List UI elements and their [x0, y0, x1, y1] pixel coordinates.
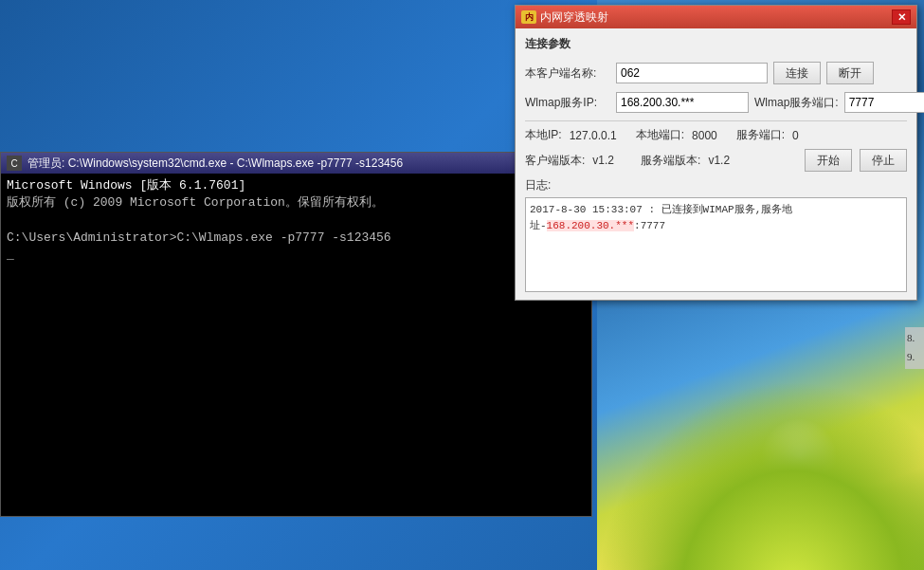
- cmd-line-3: [7, 211, 586, 229]
- log-label: 日志:: [525, 177, 907, 193]
- server-version-value: v1.2: [708, 154, 730, 167]
- wlmap-port-input[interactable]: [844, 92, 924, 113]
- app-body: 连接参数 本客户端名称: 连接 断开 Wlmap服务IP: Wlmap服务端口:…: [516, 28, 916, 300]
- local-ip-label: 本地IP:: [525, 127, 562, 143]
- service-port-value: 0: [792, 129, 799, 142]
- log-entry-1: 2017-8-30 15:33:07 : 已连接到WIMAP服务,服务地址-16…: [530, 202, 902, 233]
- log-text: 2017-8-30 15:33:07 : 已连接到WIMAP服务,服务地址-16…: [530, 204, 792, 231]
- local-port-value: 8000: [692, 129, 717, 142]
- cmd-line-2: 版权所有 (c) 2009 Microsoft Corporation。保留所有…: [7, 194, 586, 211]
- wlmap-ip-row: Wlmap服务IP: Wlmap服务端口:: [525, 92, 907, 113]
- log-section: 日志: 2017-8-30 15:33:07 : 已连接到WIMAP服务,服务地…: [525, 177, 907, 292]
- right-numbers-panel: 8. 9.: [905, 327, 924, 369]
- server-version-label: 服务端版本:: [641, 153, 700, 169]
- app-titlebar[interactable]: 内 内网穿透映射 ✕: [516, 6, 916, 28]
- close-button[interactable]: ✕: [892, 9, 911, 25]
- wlmap-port-label: Wlmap服务端口:: [754, 95, 839, 111]
- client-name-input[interactable]: [616, 63, 768, 83]
- divider-1: [525, 120, 907, 121]
- cmd-cursor: _: [7, 247, 586, 264]
- cmd-line-4: C:\Users\Administrator>C:\Wlmaps.exe -p7…: [7, 230, 586, 247]
- log-area[interactable]: 2017-8-30 15:33:07 : 已连接到WIMAP服务,服务地址-16…: [525, 197, 907, 292]
- number-9: 9.: [907, 348, 922, 367]
- local-ip-value: 127.0.0.1: [570, 129, 617, 142]
- cmd-icon: C: [7, 156, 22, 171]
- app-window: 内 内网穿透映射 ✕ 连接参数 本客户端名称: 连接 断开 Wlmap服务IP:…: [515, 5, 917, 301]
- local-info-row: 本地IP: 127.0.0.1 本地端口: 8000 服务端口: 0: [525, 127, 907, 143]
- desktop-decoration: [761, 418, 837, 494]
- cmd-title: 管理员: C:\Windows\system32\cmd.exe - C:\Wl…: [27, 156, 403, 172]
- stop-button[interactable]: 停止: [860, 149, 907, 172]
- wlmap-ip-input[interactable]: [616, 92, 749, 113]
- client-version-value: v1.2: [592, 154, 614, 167]
- number-8: 8.: [907, 329, 922, 348]
- disconnect-button[interactable]: 断开: [826, 62, 874, 84]
- title-left: 内 内网穿透映射: [521, 9, 608, 26]
- log-wrapper: 2017-8-30 15:33:07 : 已连接到WIMAP服务,服务地址-16…: [525, 197, 907, 292]
- version-row: 客户端版本: v1.2 服务端版本: v1.2 开始 停止: [525, 149, 907, 172]
- cmd-line-1: Microsoft Windows [版本 6.1.7601]: [7, 177, 586, 194]
- connect-button[interactable]: 连接: [773, 62, 821, 84]
- client-name-row: 本客户端名称: 连接 断开: [525, 62, 907, 84]
- start-button[interactable]: 开始: [805, 149, 852, 172]
- log-ip-highlight: 168.200.30.***: [547, 220, 634, 231]
- cmd-window: C 管理员: C:\Windows\system32\cmd.exe - C:\…: [0, 152, 592, 517]
- local-port-label: 本地端口:: [636, 127, 684, 143]
- app-title: 内网穿透映射: [540, 9, 608, 26]
- client-version-label: 客户端版本:: [525, 153, 585, 169]
- service-port-label: 服务端口:: [736, 127, 785, 143]
- wlmap-ip-label: Wlmap服务IP:: [525, 95, 610, 111]
- cmd-content: Microsoft Windows [版本 6.1.7601] 版权所有 (c)…: [1, 174, 591, 267]
- cmd-titlebar[interactable]: C 管理员: C:\Windows\system32\cmd.exe - C:\…: [1, 153, 591, 174]
- client-name-label: 本客户端名称:: [525, 65, 610, 82]
- connection-params-header: 连接参数: [525, 36, 907, 54]
- app-icon: 内: [521, 10, 536, 24]
